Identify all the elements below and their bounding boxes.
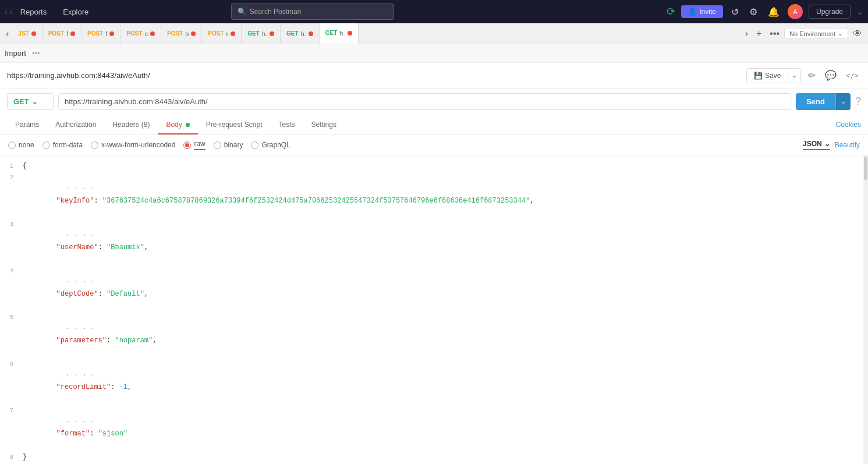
url-input[interactable] (58, 93, 791, 110)
option-raw[interactable]: raw (183, 140, 205, 150)
tab-authorization[interactable]: Authorization (47, 115, 104, 134)
avatar[interactable]: A (788, 4, 803, 19)
tab-item-2[interactable]: POST f (82, 23, 121, 44)
tab-headers-badge: (8) (141, 121, 150, 129)
tab-body[interactable]: Body (158, 115, 197, 134)
history-icon[interactable]: ↺ (729, 4, 741, 20)
json-chevron-icon: ⌄ (824, 140, 830, 148)
line-num-4: 4 (0, 265, 20, 277)
tab-item-6[interactable]: GET h. (242, 23, 281, 44)
tab-label-7: h. (301, 30, 306, 37)
settings-icon[interactable]: ⚙ (747, 4, 760, 20)
request-line: GET ⌄ Send ⌄ ? (0, 88, 868, 115)
tab-tests[interactable]: Tests (271, 115, 303, 134)
method-chevron-icon: ⌄ (31, 97, 38, 106)
tab-params[interactable]: Params (7, 115, 47, 134)
request-tabs: Params Authorization Headers (8) Body Pr… (0, 115, 868, 135)
tab-item-4[interactable]: POST b (161, 23, 202, 44)
code-line-6: 6 · · · · "recordLimit": -1, (0, 358, 868, 405)
editor-scrollbar[interactable] (863, 155, 868, 464)
comment-button[interactable]: 💬 (823, 68, 839, 83)
more-tabs-icon[interactable]: ••• (766, 26, 783, 41)
search-placeholder: Search Postman (250, 8, 302, 16)
back-tab-icon[interactable]: ‹ (2, 26, 12, 41)
code-line-4: 4 · · · · "deptCode": "Default", (0, 265, 868, 311)
tab-label-8: h. (339, 30, 345, 37)
tab-method-7: GET (286, 30, 299, 37)
option-binary[interactable]: binary (214, 141, 243, 149)
tab-item-1[interactable]: POST f (42, 23, 82, 44)
tab-params-label: Params (15, 121, 39, 129)
json-label: JSON (803, 140, 822, 148)
tab-method-2: POST (87, 30, 103, 37)
tab-item-0[interactable]: JST (12, 23, 42, 44)
save-label: Save (765, 72, 781, 80)
arrow-right-tab-icon[interactable]: › (742, 26, 752, 41)
sync-icon[interactable]: ⟳ (667, 6, 675, 17)
line-num-1: 1 (0, 160, 20, 172)
code-button[interactable]: </> (844, 69, 861, 82)
save-dropdown-button[interactable]: ⌄ (788, 69, 800, 82)
method-dropdown[interactable]: GET ⌄ (7, 93, 54, 110)
option-form-data[interactable]: form-data (42, 141, 83, 149)
tab-dot-8 (348, 31, 352, 36)
tab-label-3: c (145, 30, 148, 37)
tab-method-6: GET (247, 30, 260, 37)
tab-item-8[interactable]: GET h. (320, 23, 359, 44)
option-urlencoded[interactable]: x-www-form-urlencoded (91, 141, 175, 149)
line-num-8: 8 (0, 451, 20, 463)
code-editor[interactable]: 1 { 2 · · · · "keyInfo": "367637524c4a6c… (0, 155, 868, 464)
url-path-display: https://training.aivhub.com:8443/aiv/eAu… (7, 71, 742, 80)
option-graphql[interactable]: GraphQL (251, 141, 290, 149)
body-active-dot (186, 123, 190, 127)
tab-dot-5 (231, 31, 235, 36)
edit-button[interactable]: ✏ (806, 68, 818, 83)
tab-label-6: h. (262, 30, 267, 37)
tab-dot-2 (109, 31, 114, 36)
option-none[interactable]: none (8, 141, 34, 149)
nav-reports[interactable]: Reports (17, 5, 51, 19)
tab-headers[interactable]: Headers (8) (104, 115, 158, 134)
beautify-link[interactable]: Beautify (835, 141, 860, 149)
tab-item-3[interactable]: POST c (121, 23, 161, 44)
invite-button[interactable]: 👤 Invite (681, 5, 723, 18)
invite-icon: 👤 (688, 8, 697, 16)
bell-icon[interactable]: 🔔 (766, 4, 782, 20)
help-icon-button[interactable]: ? (855, 95, 861, 108)
line-num-5: 5 (0, 311, 20, 323)
save-button-main[interactable]: 💾 Save (747, 69, 788, 83)
search-icon: 🔍 (238, 8, 246, 16)
upgrade-button[interactable]: Upgrade (809, 5, 851, 19)
line-content-3: · · · · "userName": "Bhaumik", (20, 218, 868, 265)
tab-dot-4 (191, 31, 196, 36)
eye-icon[interactable]: 👁 (849, 26, 866, 41)
sync-icon-wrap: ⟳ (667, 5, 675, 18)
import-label[interactable]: Import (5, 49, 26, 58)
send-dropdown-button[interactable]: ⌄ (835, 93, 851, 110)
tab-label-4: b (185, 30, 189, 37)
add-tab-icon[interactable]: + (753, 26, 765, 41)
nav-explore[interactable]: Explore (59, 5, 92, 19)
tab-item-5[interactable]: POST r (202, 23, 242, 44)
radio-none (8, 141, 16, 149)
line-num-3: 3 (0, 218, 20, 230)
tab-method-5: POST (208, 30, 224, 37)
json-type-selector[interactable]: JSON ⌄ (803, 140, 830, 150)
tab-dot-0 (31, 31, 36, 36)
tab-item-7[interactable]: GET h. (281, 23, 320, 44)
search-bar[interactable]: 🔍 Search Postman (231, 3, 394, 20)
code-line-7: 7 · · · · "format": "sjson" (0, 405, 868, 451)
tab-settings[interactable]: Settings (303, 115, 345, 134)
env-selector[interactable]: No Environment ⌄ (784, 28, 848, 39)
save-icon: 💾 (754, 72, 763, 80)
tabs-actions: › + ••• No Environment ⌄ 👁 (742, 26, 866, 41)
back-forward-nav[interactable]: ‹ › (5, 8, 12, 16)
tab-method-3: POST (126, 30, 142, 37)
send-button[interactable]: Send (796, 93, 835, 110)
tab-prerequest[interactable]: Pre-request Script (198, 115, 271, 134)
tab-tests-label: Tests (279, 121, 295, 129)
line-num-6: 6 (0, 358, 20, 370)
cookies-link[interactable]: Cookies (836, 121, 861, 129)
main-content: https://training.aivhub.com:8443/aiv/eAu… (0, 63, 868, 464)
expand-icon[interactable]: ⌄ (856, 7, 863, 16)
